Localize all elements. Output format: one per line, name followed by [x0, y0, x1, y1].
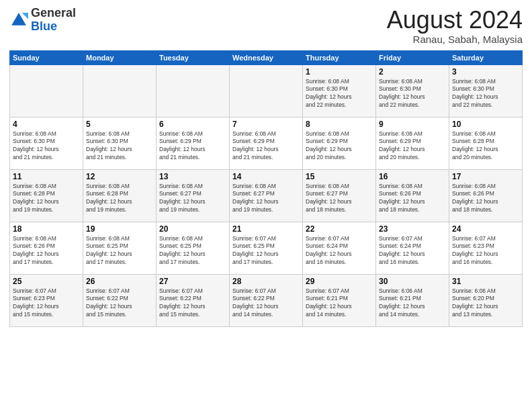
day-number: 1 — [306, 67, 373, 77]
day-number: 25 — [13, 277, 80, 286]
day-number: 6 — [159, 120, 226, 129]
day-info: Sunrise: 6:08 AM Sunset: 6:30 PM Dayligh… — [306, 78, 373, 110]
logo-blue: Blue — [31, 19, 57, 33]
calendar-cell: 4Sunrise: 6:08 AM Sunset: 6:30 PM Daylig… — [10, 117, 83, 169]
day-info: Sunrise: 6:07 AM Sunset: 6:24 PM Dayligh… — [379, 235, 446, 267]
calendar-cell: 2Sunrise: 6:08 AM Sunset: 6:30 PM Daylig… — [376, 64, 449, 117]
day-number: 27 — [159, 277, 226, 286]
day-number: 19 — [86, 224, 153, 234]
day-info: Sunrise: 6:08 AM Sunset: 6:25 PM Dayligh… — [86, 235, 153, 267]
location: Ranau, Sabah, Malaysia — [387, 34, 523, 45]
day-info: Sunrise: 6:08 AM Sunset: 6:26 PM Dayligh… — [452, 183, 519, 215]
day-info: Sunrise: 6:08 AM Sunset: 6:28 PM Dayligh… — [86, 183, 153, 215]
day-number: 13 — [159, 172, 226, 181]
day-info: Sunrise: 6:08 AM Sunset: 6:29 PM Dayligh… — [232, 130, 300, 163]
day-number: 22 — [306, 224, 373, 234]
day-number: 8 — [306, 120, 373, 129]
calendar-cell: 25Sunrise: 6:07 AM Sunset: 6:23 PM Dayli… — [10, 274, 83, 326]
day-number: 20 — [159, 224, 226, 234]
col-friday: Friday — [376, 50, 449, 64]
calendar-cell: 26Sunrise: 6:07 AM Sunset: 6:22 PM Dayli… — [83, 274, 157, 326]
calendar-header: Sunday Monday Tuesday Wednesday Thursday… — [10, 50, 523, 64]
day-number: 23 — [379, 224, 446, 234]
day-info: Sunrise: 6:06 AM Sunset: 6:21 PM Dayligh… — [379, 287, 446, 320]
day-number: 16 — [379, 172, 446, 181]
day-info: Sunrise: 6:08 AM Sunset: 6:27 PM Dayligh… — [159, 183, 226, 215]
calendar-week-3: 18Sunrise: 6:08 AM Sunset: 6:26 PM Dayli… — [10, 222, 523, 274]
day-number: 3 — [452, 67, 519, 77]
calendar-table: Sunday Monday Tuesday Wednesday Thursday… — [9, 50, 523, 327]
calendar-cell: 1Sunrise: 6:08 AM Sunset: 6:30 PM Daylig… — [303, 64, 376, 117]
day-info: Sunrise: 6:07 AM Sunset: 6:22 PM Dayligh… — [232, 287, 300, 320]
day-info: Sunrise: 6:07 AM Sunset: 6:22 PM Dayligh… — [86, 287, 153, 320]
day-info: Sunrise: 6:08 AM Sunset: 6:26 PM Dayligh… — [13, 235, 80, 267]
calendar-cell: 21Sunrise: 6:07 AM Sunset: 6:25 PM Dayli… — [230, 222, 303, 274]
day-info: Sunrise: 6:08 AM Sunset: 6:30 PM Dayligh… — [13, 130, 80, 163]
calendar-cell — [157, 64, 230, 117]
day-number: 9 — [379, 120, 446, 129]
calendar-week-4: 25Sunrise: 6:07 AM Sunset: 6:23 PM Dayli… — [10, 274, 523, 326]
day-number: 7 — [232, 120, 300, 129]
header-row: Sunday Monday Tuesday Wednesday Thursday… — [10, 50, 523, 64]
calendar-cell: 10Sunrise: 6:08 AM Sunset: 6:28 PM Dayli… — [449, 117, 523, 169]
day-number: 30 — [379, 277, 446, 286]
calendar-week-0: 1Sunrise: 6:08 AM Sunset: 6:30 PM Daylig… — [10, 64, 523, 117]
calendar-cell: 22Sunrise: 6:07 AM Sunset: 6:24 PM Dayli… — [303, 222, 376, 274]
day-info: Sunrise: 6:08 AM Sunset: 6:29 PM Dayligh… — [379, 130, 446, 163]
logo-general: General — [31, 6, 76, 19]
day-number: 5 — [86, 120, 153, 129]
calendar-body: 1Sunrise: 6:08 AM Sunset: 6:30 PM Daylig… — [10, 64, 523, 326]
calendar-cell: 29Sunrise: 6:07 AM Sunset: 6:21 PM Dayli… — [303, 274, 376, 326]
calendar-cell: 13Sunrise: 6:08 AM Sunset: 6:27 PM Dayli… — [157, 169, 230, 222]
col-saturday: Saturday — [449, 50, 523, 64]
day-info: Sunrise: 6:07 AM Sunset: 6:21 PM Dayligh… — [306, 287, 373, 320]
day-number: 24 — [452, 224, 519, 234]
calendar-cell: 15Sunrise: 6:08 AM Sunset: 6:27 PM Dayli… — [303, 169, 376, 222]
calendar-cell: 8Sunrise: 6:08 AM Sunset: 6:29 PM Daylig… — [303, 117, 376, 169]
day-number: 28 — [232, 277, 300, 286]
calendar-cell: 12Sunrise: 6:08 AM Sunset: 6:28 PM Dayli… — [83, 169, 157, 222]
month-year: August 2024 — [387, 7, 523, 34]
calendar-cell: 9Sunrise: 6:08 AM Sunset: 6:29 PM Daylig… — [376, 117, 449, 169]
calendar-cell — [10, 64, 83, 117]
day-number: 29 — [306, 277, 373, 286]
day-number: 4 — [13, 120, 80, 129]
logo-icon — [9, 11, 28, 30]
day-info: Sunrise: 6:07 AM Sunset: 6:24 PM Dayligh… — [306, 235, 373, 267]
calendar-cell: 31Sunrise: 6:06 AM Sunset: 6:20 PM Dayli… — [449, 274, 523, 326]
calendar-cell: 14Sunrise: 6:08 AM Sunset: 6:27 PM Dayli… — [230, 169, 303, 222]
col-sunday: Sunday — [10, 50, 83, 64]
calendar-cell: 24Sunrise: 6:07 AM Sunset: 6:23 PM Dayli… — [449, 222, 523, 274]
calendar-cell — [83, 64, 157, 117]
day-number: 15 — [306, 172, 373, 181]
page: General Blue August 2024 Ranau, Sabah, M… — [0, 0, 532, 411]
svg-marker-1 — [22, 13, 28, 19]
day-number: 17 — [452, 172, 519, 181]
day-number: 2 — [379, 67, 446, 77]
calendar-cell: 19Sunrise: 6:08 AM Sunset: 6:25 PM Dayli… — [83, 222, 157, 274]
calendar-cell: 23Sunrise: 6:07 AM Sunset: 6:24 PM Dayli… — [376, 222, 449, 274]
calendar-cell: 28Sunrise: 6:07 AM Sunset: 6:22 PM Dayli… — [230, 274, 303, 326]
day-number: 11 — [13, 172, 80, 181]
day-info: Sunrise: 6:06 AM Sunset: 6:20 PM Dayligh… — [452, 287, 519, 320]
day-number: 31 — [452, 277, 519, 286]
col-monday: Monday — [83, 50, 157, 64]
col-thursday: Thursday — [303, 50, 376, 64]
day-number: 21 — [232, 224, 300, 234]
day-info: Sunrise: 6:08 AM Sunset: 6:30 PM Dayligh… — [452, 78, 519, 110]
calendar-cell: 7Sunrise: 6:08 AM Sunset: 6:29 PM Daylig… — [230, 117, 303, 169]
logo: General Blue — [9, 7, 76, 34]
day-info: Sunrise: 6:08 AM Sunset: 6:29 PM Dayligh… — [159, 130, 226, 163]
title-block: August 2024 Ranau, Sabah, Malaysia — [387, 7, 523, 45]
calendar-cell: 20Sunrise: 6:08 AM Sunset: 6:25 PM Dayli… — [157, 222, 230, 274]
calendar-cell: 3Sunrise: 6:08 AM Sunset: 6:30 PM Daylig… — [449, 64, 523, 117]
day-number: 18 — [13, 224, 80, 234]
calendar-cell: 17Sunrise: 6:08 AM Sunset: 6:26 PM Dayli… — [449, 169, 523, 222]
day-number: 10 — [452, 120, 519, 129]
day-info: Sunrise: 6:07 AM Sunset: 6:25 PM Dayligh… — [232, 235, 300, 267]
day-info: Sunrise: 6:07 AM Sunset: 6:23 PM Dayligh… — [13, 287, 80, 320]
calendar-week-2: 11Sunrise: 6:08 AM Sunset: 6:28 PM Dayli… — [10, 169, 523, 222]
col-wednesday: Wednesday — [230, 50, 303, 64]
day-info: Sunrise: 6:08 AM Sunset: 6:28 PM Dayligh… — [452, 130, 519, 163]
calendar-cell: 30Sunrise: 6:06 AM Sunset: 6:21 PM Dayli… — [376, 274, 449, 326]
